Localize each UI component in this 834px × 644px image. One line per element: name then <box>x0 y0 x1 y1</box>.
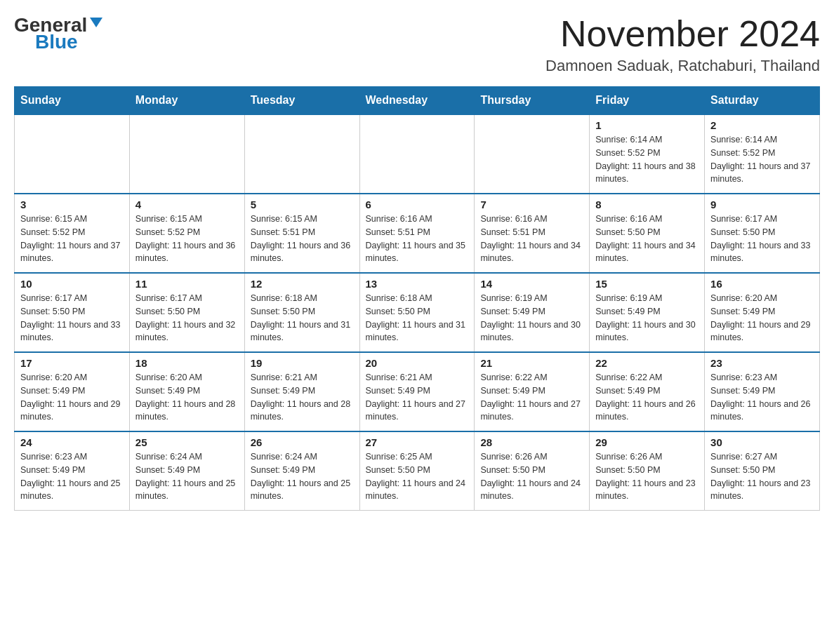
calendar-cell: 22Sunrise: 6:22 AMSunset: 5:49 PMDayligh… <box>590 352 705 431</box>
calendar-cell <box>244 114 359 194</box>
calendar-cell: 13Sunrise: 6:18 AMSunset: 5:50 PMDayligh… <box>359 273 475 352</box>
calendar-cell: 10Sunrise: 6:17 AMSunset: 5:50 PMDayligh… <box>15 273 130 352</box>
day-info: Sunrise: 6:21 AMSunset: 5:49 PMDaylight:… <box>366 371 469 424</box>
header-day-wednesday: Wednesday <box>359 87 475 115</box>
calendar-cell <box>15 114 130 194</box>
day-number: 19 <box>251 357 354 369</box>
logo-blue-text: Blue <box>35 31 78 53</box>
day-info: Sunrise: 6:20 AMSunset: 5:49 PMDaylight:… <box>20 371 124 424</box>
calendar-cell: 12Sunrise: 6:18 AMSunset: 5:50 PMDayligh… <box>244 273 359 352</box>
day-info: Sunrise: 6:17 AMSunset: 5:50 PMDaylight:… <box>20 292 124 344</box>
calendar-header: SundayMondayTuesdayWednesdayThursdayFrid… <box>15 87 820 115</box>
month-title: November 2024 <box>545 14 820 54</box>
week-row-4: 24Sunrise: 6:23 AMSunset: 5:49 PMDayligh… <box>15 431 820 511</box>
day-number: 2 <box>710 119 814 131</box>
calendar-cell: 18Sunrise: 6:20 AMSunset: 5:49 PMDayligh… <box>129 352 244 431</box>
calendar-cell: 21Sunrise: 6:22 AMSunset: 5:49 PMDayligh… <box>475 352 590 431</box>
day-info: Sunrise: 6:21 AMSunset: 5:49 PMDaylight:… <box>251 371 354 424</box>
header-day-tuesday: Tuesday <box>244 87 359 115</box>
day-number: 18 <box>135 357 239 369</box>
header-day-saturday: Saturday <box>705 87 820 115</box>
day-number: 6 <box>366 199 469 210</box>
week-row-1: 3Sunrise: 6:15 AMSunset: 5:52 PMDaylight… <box>15 194 820 273</box>
calendar-cell: 7Sunrise: 6:16 AMSunset: 5:51 PMDaylight… <box>475 194 590 273</box>
day-number: 11 <box>135 278 239 290</box>
calendar-cell: 16Sunrise: 6:20 AMSunset: 5:49 PMDayligh… <box>705 273 820 352</box>
calendar-cell: 15Sunrise: 6:19 AMSunset: 5:49 PMDayligh… <box>590 273 705 352</box>
day-info: Sunrise: 6:22 AMSunset: 5:49 PMDaylight:… <box>480 371 583 424</box>
day-info: Sunrise: 6:20 AMSunset: 5:49 PMDaylight:… <box>710 292 814 344</box>
day-info: Sunrise: 6:16 AMSunset: 5:50 PMDaylight:… <box>595 213 699 265</box>
calendar-cell <box>475 114 590 194</box>
calendar-cell: 6Sunrise: 6:16 AMSunset: 5:51 PMDaylight… <box>359 194 475 273</box>
day-info: Sunrise: 6:22 AMSunset: 5:49 PMDaylight:… <box>595 371 699 424</box>
day-info: Sunrise: 6:24 AMSunset: 5:49 PMDaylight:… <box>135 450 239 503</box>
day-number: 7 <box>480 199 583 210</box>
day-number: 13 <box>366 278 469 290</box>
calendar-cell: 2Sunrise: 6:14 AMSunset: 5:52 PMDaylight… <box>705 114 820 194</box>
day-number: 20 <box>366 357 469 369</box>
day-info: Sunrise: 6:23 AMSunset: 5:49 PMDaylight:… <box>20 450 124 503</box>
location-title: Damnoen Saduak, Ratchaburi, Thailand <box>545 57 820 75</box>
day-number: 17 <box>20 357 124 369</box>
day-info: Sunrise: 6:18 AMSunset: 5:50 PMDaylight:… <box>366 292 469 344</box>
day-number: 22 <box>595 357 699 369</box>
day-info: Sunrise: 6:16 AMSunset: 5:51 PMDaylight:… <box>480 213 583 265</box>
day-info: Sunrise: 6:26 AMSunset: 5:50 PMDaylight:… <box>480 450 583 503</box>
calendar-cell: 23Sunrise: 6:23 AMSunset: 5:49 PMDayligh… <box>705 352 820 431</box>
day-info: Sunrise: 6:18 AMSunset: 5:50 PMDaylight:… <box>251 292 354 344</box>
day-number: 15 <box>595 278 699 290</box>
day-number: 14 <box>480 278 583 290</box>
day-info: Sunrise: 6:26 AMSunset: 5:50 PMDaylight:… <box>595 450 699 503</box>
calendar-cell: 26Sunrise: 6:24 AMSunset: 5:49 PMDayligh… <box>244 431 359 511</box>
week-row-3: 17Sunrise: 6:20 AMSunset: 5:49 PMDayligh… <box>15 352 820 431</box>
day-info: Sunrise: 6:25 AMSunset: 5:50 PMDaylight:… <box>366 450 469 503</box>
day-number: 29 <box>595 436 699 448</box>
calendar-cell: 28Sunrise: 6:26 AMSunset: 5:50 PMDayligh… <box>475 431 590 511</box>
day-info: Sunrise: 6:27 AMSunset: 5:50 PMDaylight:… <box>710 450 814 503</box>
calendar-cell: 30Sunrise: 6:27 AMSunset: 5:50 PMDayligh… <box>705 431 820 511</box>
day-number: 8 <box>595 199 699 210</box>
calendar-cell: 8Sunrise: 6:16 AMSunset: 5:50 PMDaylight… <box>590 194 705 273</box>
day-info: Sunrise: 6:16 AMSunset: 5:51 PMDaylight:… <box>366 213 469 265</box>
day-number: 1 <box>595 119 699 131</box>
header-day-friday: Friday <box>590 87 705 115</box>
day-info: Sunrise: 6:15 AMSunset: 5:51 PMDaylight:… <box>251 213 354 265</box>
day-info: Sunrise: 6:24 AMSunset: 5:49 PMDaylight:… <box>251 450 354 503</box>
header-day-monday: Monday <box>129 87 244 115</box>
calendar-cell: 19Sunrise: 6:21 AMSunset: 5:49 PMDayligh… <box>244 352 359 431</box>
calendar-cell: 20Sunrise: 6:21 AMSunset: 5:49 PMDayligh… <box>359 352 475 431</box>
day-number: 10 <box>20 278 124 290</box>
calendar-cell: 27Sunrise: 6:25 AMSunset: 5:50 PMDayligh… <box>359 431 475 511</box>
day-number: 30 <box>710 436 814 448</box>
day-number: 21 <box>480 357 583 369</box>
day-info: Sunrise: 6:17 AMSunset: 5:50 PMDaylight:… <box>710 213 814 265</box>
day-info: Sunrise: 6:19 AMSunset: 5:49 PMDaylight:… <box>480 292 583 344</box>
calendar-cell: 24Sunrise: 6:23 AMSunset: 5:49 PMDayligh… <box>15 431 130 511</box>
day-info: Sunrise: 6:15 AMSunset: 5:52 PMDaylight:… <box>135 213 239 265</box>
day-number: 26 <box>251 436 354 448</box>
calendar-cell: 25Sunrise: 6:24 AMSunset: 5:49 PMDayligh… <box>129 431 244 511</box>
day-info: Sunrise: 6:14 AMSunset: 5:52 PMDaylight:… <box>710 133 814 186</box>
title-block: November 2024 Damnoen Saduak, Ratchaburi… <box>545 14 820 75</box>
day-number: 5 <box>251 199 354 210</box>
day-number: 12 <box>251 278 354 290</box>
header-day-sunday: Sunday <box>15 87 130 115</box>
page-header: General Blue November 2024 Damnoen Sadua… <box>14 14 820 75</box>
day-info: Sunrise: 6:20 AMSunset: 5:49 PMDaylight:… <box>135 371 239 424</box>
day-number: 24 <box>20 436 124 448</box>
logo: General Blue <box>14 14 102 53</box>
header-day-thursday: Thursday <box>475 87 590 115</box>
calendar-cell: 9Sunrise: 6:17 AMSunset: 5:50 PMDaylight… <box>705 194 820 273</box>
week-row-2: 10Sunrise: 6:17 AMSunset: 5:50 PMDayligh… <box>15 273 820 352</box>
calendar-cell <box>129 114 244 194</box>
logo-triangle-icon <box>90 18 102 27</box>
week-row-0: 1Sunrise: 6:14 AMSunset: 5:52 PMDaylight… <box>15 114 820 194</box>
calendar-cell: 4Sunrise: 6:15 AMSunset: 5:52 PMDaylight… <box>129 194 244 273</box>
day-number: 28 <box>480 436 583 448</box>
day-number: 23 <box>710 357 814 369</box>
day-info: Sunrise: 6:23 AMSunset: 5:49 PMDaylight:… <box>710 371 814 424</box>
calendar-cell: 3Sunrise: 6:15 AMSunset: 5:52 PMDaylight… <box>15 194 130 273</box>
day-number: 4 <box>135 199 239 210</box>
day-info: Sunrise: 6:19 AMSunset: 5:49 PMDaylight:… <box>595 292 699 344</box>
